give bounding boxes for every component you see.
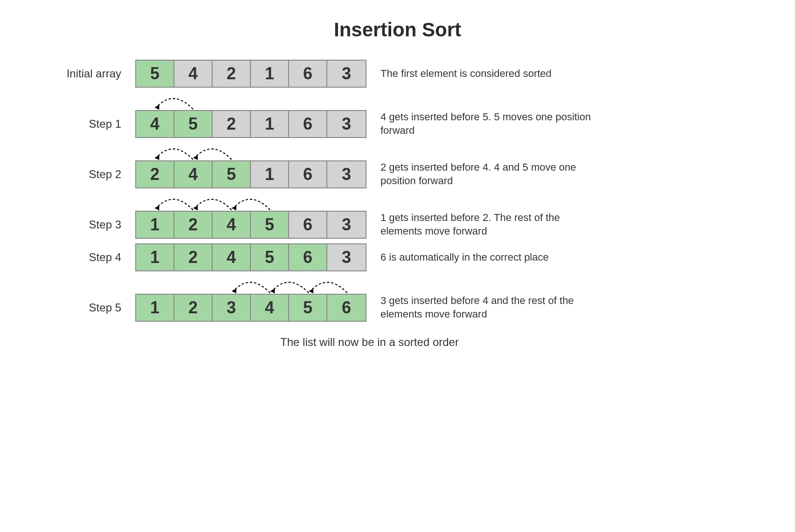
array: 124563 [135,243,366,271]
array-cell: 2 [213,111,251,137]
step-label: Step 3 [28,218,135,231]
array-wrap: 123456 [135,294,366,322]
array-cell: 4 [136,111,174,137]
array-cell: 2 [174,295,213,321]
svg-marker-7 [270,289,275,293]
array: 124563 [135,211,366,239]
array-cell: 1 [251,111,289,137]
step-description: 1 gets inserted before 2. The rest of th… [366,211,604,238]
svg-marker-2 [193,155,198,160]
array-cell: 2 [174,244,213,270]
step-label: Initial array [28,67,135,80]
array-cell: 5 [213,161,251,187]
array-cell: 3 [327,212,366,238]
array-cell: 1 [136,244,174,270]
array: 245163 [135,160,366,188]
array-cell: 2 [213,61,251,87]
array-wrap: 124563 [135,211,366,239]
step-description: 2 gets inserted before 4. 4 and 5 move o… [366,161,604,187]
step-arrows [135,88,366,110]
step-row: Initial array542163The first element is … [28,60,767,88]
array-cell: 1 [136,212,174,238]
step-description: 3 gets inserted before 4 and the rest of… [366,294,604,321]
array-cell: 4 [213,212,251,238]
array-cell: 1 [251,161,289,187]
array-cell: 6 [289,61,327,87]
array-cell: 1 [136,295,174,321]
array-cell: 5 [289,295,327,321]
array: 542163 [135,60,366,88]
array-cell: 2 [136,161,174,187]
array-cell: 6 [289,212,327,238]
step-row: Step 14521634 gets inserted before 5. 5 … [28,110,767,138]
array-cell: 4 [174,61,213,87]
array-cell: 3 [327,111,366,137]
steps-container: Initial array542163The first element is … [28,60,767,322]
array-wrap: 245163 [135,160,366,188]
array-cell: 3 [213,295,251,321]
array-cell: 6 [289,244,327,270]
array: 452163 [135,110,366,138]
svg-marker-0 [154,105,159,110]
step-row: Step 41245636 is automatically in the co… [28,243,767,271]
array-cell: 4 [174,161,213,187]
step-row: Step 51234563 gets inserted before 4 and… [28,294,767,322]
array-wrap: 542163 [135,60,366,88]
array-cell: 5 [251,244,289,270]
step-label: Step 4 [28,251,135,264]
step-description: 6 is automatically in the correct place [366,251,549,264]
step-label: Step 1 [28,117,135,131]
array-cell: 6 [327,295,366,321]
array-cell: 3 [327,244,366,270]
array-cell: 5 [174,111,213,137]
svg-marker-3 [154,206,159,210]
array-cell: 5 [251,212,289,238]
step-label: Step 5 [28,301,135,314]
array-wrap: 124563 [135,243,366,271]
step-row: Step 31245631 gets inserted before 2. Th… [28,211,767,239]
step-description: 4 gets inserted before 5. 5 moves one po… [366,111,604,137]
svg-marker-5 [232,206,236,210]
svg-marker-6 [232,289,236,293]
array: 123456 [135,294,366,322]
array-cell: 6 [289,111,327,137]
diagram-title: Insertion Sort [28,19,767,41]
array-cell: 4 [251,295,289,321]
step-row: Step 22451632 gets inserted before 4. 4 … [28,160,767,188]
array-cell: 3 [327,161,366,187]
svg-marker-8 [309,289,313,293]
array-cell: 4 [213,244,251,270]
svg-marker-4 [193,206,198,210]
step-arrows [135,138,366,160]
array-cell: 6 [289,161,327,187]
array-cell: 3 [327,61,366,87]
step-arrows [135,271,366,294]
step-arrows [135,188,366,211]
step-description: The first element is considered sorted [366,67,552,81]
footer-note: The list will now be in a sorted order [0,336,767,349]
array-cell: 5 [136,61,174,87]
step-label: Step 2 [28,168,135,181]
array-cell: 2 [174,212,213,238]
svg-marker-1 [154,155,159,160]
array-cell: 1 [251,61,289,87]
array-wrap: 452163 [135,110,366,138]
